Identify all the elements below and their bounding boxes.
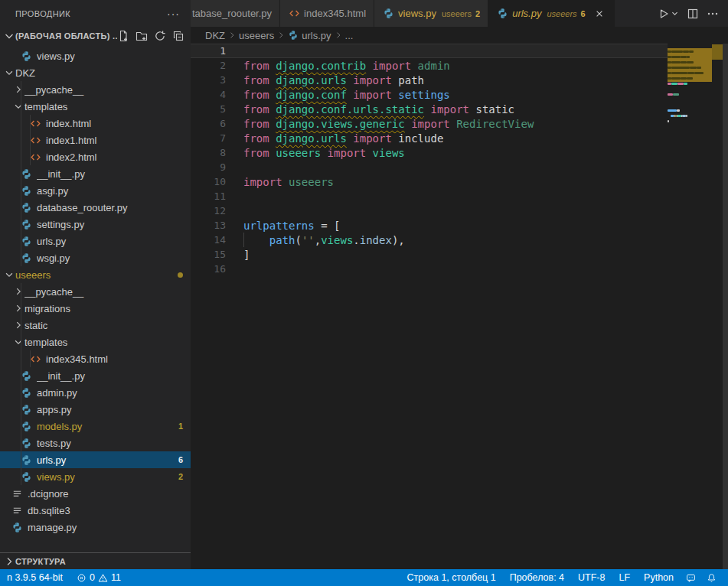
- workspace-section-label: (РАБОЧАЯ ОБЛАСТЬ) ...: [15, 31, 117, 41]
- tree-item-.dcignore[interactable]: .dcignore: [0, 485, 191, 502]
- tree-item-models.py[interactable]: models.py1: [0, 418, 191, 435]
- tree-item-__init__.py[interactable]: __init__.py: [0, 165, 191, 182]
- breadcrumb-item-...[interactable]: ...: [345, 30, 354, 41]
- eol-status[interactable]: LF: [613, 569, 635, 586]
- chevron-down-icon[interactable]: [12, 100, 24, 112]
- line-text: from django.urls import path: [226, 74, 424, 86]
- editor-scrollbar[interactable]: [723, 44, 728, 569]
- code-line-8[interactable]: 8from useeers import views: [191, 145, 668, 160]
- chevron-right-icon[interactable]: [12, 285, 24, 298]
- code-line-11[interactable]: 11: [191, 189, 668, 203]
- outline-section-header[interactable]: СТРУКТУРА: [0, 552, 191, 569]
- tree-item-static[interactable]: static: [0, 317, 191, 334]
- line-number: 6: [191, 118, 226, 129]
- scrollbar-thumb[interactable]: [723, 44, 728, 569]
- code-line-10[interactable]: 10import useeers: [191, 174, 668, 189]
- minimap-line: [686, 115, 687, 117]
- explorer-more-actions-icon[interactable]: ···: [167, 8, 180, 20]
- code-line-15[interactable]: 15]: [191, 247, 668, 262]
- tree-item-__pycache__[interactable]: __pycache__: [0, 81, 191, 98]
- tree-item-index2.html[interactable]: index2.html: [0, 148, 191, 165]
- tree-item-manage.py[interactable]: manage.py: [0, 519, 191, 536]
- problems-status[interactable]: 0 11: [71, 569, 126, 586]
- tree-item-asgi.py[interactable]: asgi.py: [0, 182, 191, 199]
- refresh-icon[interactable]: [154, 30, 166, 42]
- code-line-5[interactable]: 5from django.conf.urls.static import sta…: [191, 102, 668, 116]
- tree-item-views.py[interactable]: views.py2: [0, 468, 191, 485]
- tree-item-migrations[interactable]: migrations: [0, 300, 191, 317]
- py-file-icon: [11, 521, 23, 533]
- python-interpreter-status[interactable]: n 3.9.5 64-bit: [2, 569, 68, 586]
- tree-item-__pycache__[interactable]: __pycache__: [0, 283, 191, 300]
- tree-item-apps.py[interactable]: apps.py: [0, 401, 191, 418]
- tab-tabase_roouter.py[interactable]: tabase_roouter.py: [191, 0, 280, 27]
- py-file-icon: [20, 470, 32, 483]
- code-editor[interactable]: 12from django.contrib import admin3from …: [191, 44, 728, 569]
- tree-item-templates[interactable]: templates: [0, 334, 191, 350]
- code-line-2[interactable]: 2from django.contrib import admin: [191, 58, 668, 73]
- breadcrumb-item-DKZ[interactable]: DKZ: [205, 30, 225, 41]
- collapse-folders-icon[interactable]: [172, 30, 184, 42]
- tree-item-database_roouter.py[interactable]: database_roouter.py: [0, 199, 191, 216]
- tree-item-DKZ[interactable]: DKZ: [0, 64, 191, 81]
- new-folder-icon[interactable]: [135, 30, 148, 42]
- line-text: from django.conf.urls.static import stat…: [226, 103, 514, 116]
- chevron-down-icon[interactable]: [3, 67, 15, 79]
- code-line-3[interactable]: 3from django.urls import path: [191, 73, 668, 87]
- code-line-1[interactable]: 1: [191, 44, 668, 58]
- tree-item-__init__.py[interactable]: __init__.py: [0, 367, 191, 384]
- feedback-icon[interactable]: [682, 569, 700, 586]
- html-file-icon: [29, 134, 41, 146]
- tree-item-db.sqlite3[interactable]: db.sqlite3: [0, 502, 191, 519]
- tree-item-urls.py[interactable]: urls.py: [0, 233, 191, 249]
- code-line-16[interactable]: 16: [191, 262, 668, 276]
- more-actions-icon[interactable]: [707, 8, 719, 20]
- chevron-right-icon[interactable]: [12, 302, 24, 314]
- code-line-4[interactable]: 4from django.conf import settings: [191, 87, 668, 102]
- tree-item-useeers[interactable]: useeers: [0, 266, 191, 283]
- status-right: Строка 1, столбец 1 Пробелов: 4 UTF-8 LF…: [402, 569, 720, 586]
- close-tab-icon[interactable]: [593, 7, 606, 21]
- tree-item-index345.html[interactable]: index345.html: [0, 350, 191, 367]
- chevron-right-icon[interactable]: [12, 83, 24, 96]
- tree-item-wsgi.py[interactable]: wsgi.py: [0, 249, 191, 266]
- indentation-status[interactable]: Пробелов: 4: [504, 569, 570, 586]
- tree-item-index1.html[interactable]: index1.html: [0, 132, 191, 148]
- run-python-file-button[interactable]: [658, 7, 679, 21]
- chevron-down-icon[interactable]: [3, 269, 15, 281]
- tree-item-templates[interactable]: templates: [0, 98, 191, 115]
- tree-item-urls.py[interactable]: urls.py6: [0, 451, 191, 468]
- minimap[interactable]: [668, 44, 712, 569]
- code-line-13[interactable]: 13urlpatterns = [: [191, 218, 668, 233]
- tree-item-admin.py[interactable]: admin.py: [0, 384, 191, 401]
- code-line-9[interactable]: 9: [191, 160, 668, 174]
- encoding-status[interactable]: UTF-8: [573, 569, 610, 586]
- breadcrumb-item-useeers[interactable]: useeers: [239, 30, 274, 41]
- indent-guide: [21, 451, 21, 468]
- tree-item-index.html[interactable]: index.html: [0, 115, 191, 132]
- notifications-bell-icon[interactable]: [703, 569, 720, 586]
- tab-index345.html[interactable]: index345.html: [280, 0, 374, 27]
- language-mode-status[interactable]: Python: [638, 569, 679, 586]
- tree-item-label: index345.html: [46, 353, 183, 365]
- chevron-down-icon[interactable]: [12, 336, 24, 348]
- workspace-section-header[interactable]: (РАБОЧАЯ ОБЛАСТЬ) ...: [0, 27, 191, 44]
- tab-views.py[interactable]: views.pyuseeers2: [374, 0, 488, 27]
- chevron-right-icon[interactable]: [12, 319, 24, 331]
- tab-problems-badge: 6: [581, 9, 586, 18]
- split-editor-button[interactable]: [687, 8, 699, 20]
- tree-item-tests.py[interactable]: tests.py: [0, 435, 191, 451]
- cursor-position-status[interactable]: Строка 1, столбец 1: [402, 569, 501, 586]
- code-line-14[interactable]: 14 path('',views.index),: [191, 233, 668, 247]
- tab-description: useeers: [442, 9, 472, 18]
- breadcrumb-separator-icon: [227, 31, 237, 40]
- code-line-6[interactable]: 6from django.views.generic import Redire…: [191, 116, 668, 131]
- new-file-icon[interactable]: [117, 30, 129, 42]
- tree-item-settings.py[interactable]: settings.py: [0, 216, 191, 233]
- run-dropdown-chevron-icon[interactable]: [670, 7, 679, 21]
- code-line-7[interactable]: 7from django.urls import include: [191, 131, 668, 145]
- tab-urls.py[interactable]: urls.pyuseeers6: [488, 0, 615, 27]
- breadcrumb-item-urls.py[interactable]: urls.py: [288, 30, 331, 41]
- code-line-12[interactable]: 12: [191, 203, 668, 218]
- tree-item-views.py[interactable]: views.py: [0, 47, 191, 64]
